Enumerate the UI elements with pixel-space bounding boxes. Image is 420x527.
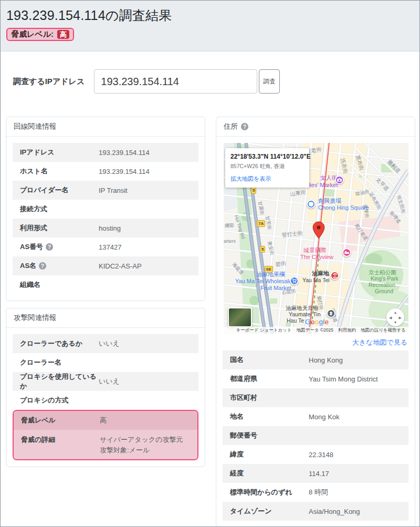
table-row: タイムゾーンAsia/Hong_Kong bbox=[223, 502, 408, 521]
line-info-title: 回線関連情報 bbox=[14, 122, 56, 131]
street-label: 總部 bbox=[225, 223, 234, 228]
address-card: 住所 bbox=[216, 117, 415, 527]
threat-level-label: 脅威レベル: bbox=[11, 29, 54, 39]
table-row: クローラーであるかいいえ bbox=[13, 334, 198, 353]
enlarge-map-link[interactable]: 拡大地図を表示 bbox=[230, 175, 304, 183]
investigate-button[interactable]: 調査 bbox=[259, 69, 280, 94]
temple-poi-icon[interactable] bbox=[327, 309, 335, 318]
google-logo: Google bbox=[305, 318, 329, 326]
threat-level-row: 脅威レベル 高 bbox=[14, 411, 197, 430]
pan-left-icon[interactable] bbox=[389, 316, 392, 319]
table-row: 組織名 bbox=[13, 275, 198, 294]
pan-right-icon[interactable] bbox=[399, 316, 402, 319]
poi-label[interactable]: 創興廣場 bbox=[318, 198, 341, 204]
attack-info-title: 攻撃関連情報 bbox=[14, 313, 56, 323]
poi-label[interactable]: Fruit Market bbox=[260, 285, 291, 292]
area-label: 京士柏公園 bbox=[369, 269, 396, 275]
table-row: 接続方式 bbox=[13, 200, 198, 219]
table-row: プロキシの方式 bbox=[13, 391, 198, 410]
satellite-view-toggle[interactable] bbox=[228, 307, 252, 327]
attack-info-table: クローラーであるかいいえ クローラー名 プロキシを使用しているかいいえ プロキシ… bbox=[13, 334, 198, 410]
hotel-poi-icon[interactable] bbox=[342, 248, 351, 257]
pan-up-icon[interactable] bbox=[394, 311, 397, 314]
terms-link[interactable]: 利用規約 bbox=[338, 327, 356, 334]
attack-info-header: 攻撃関連情報 bbox=[6, 308, 205, 328]
threat-detail-row: 脅威の詳細 サイバーアタックの攻撃元 攻撃対象:メール bbox=[14, 430, 197, 459]
table-row: ホスト名193.239.154.114 bbox=[13, 162, 198, 181]
map-marker-pin[interactable] bbox=[312, 221, 325, 241]
table-row: 標準時間からのずれ8 時間 bbox=[223, 483, 408, 502]
table-row: AS番号 137427 bbox=[13, 237, 198, 256]
market-poi-icon[interactable] bbox=[290, 276, 299, 285]
route-shield: 5 bbox=[260, 246, 265, 253]
keyboard-shortcuts-link[interactable]: キーボード ショートカット bbox=[236, 327, 291, 334]
poi-label[interactable]: Yaumatei Tin bbox=[289, 311, 321, 317]
map-attribution-bar: キーボード ショートカット 地図データ ©2025 利用規約 地図の誤りを報告す… bbox=[224, 327, 408, 334]
address-table: 国名Hong Kong 都道府県Yau Tsim Mong District 市… bbox=[223, 350, 408, 521]
poi-label[interactable]: 城景國際 bbox=[303, 247, 327, 254]
help-icon[interactable] bbox=[39, 262, 46, 270]
line-info-table: IPアドレス193.239.154.114 ホスト名193.239.154.11… bbox=[13, 143, 198, 294]
poi-label[interactable]: Hau Te bbox=[287, 317, 304, 324]
threat-level-banner: 脅威レベル: 高 bbox=[6, 28, 74, 41]
poi-label[interactable]: Chong Hing Square bbox=[318, 204, 369, 211]
google-map[interactable]: 亞皆老街 洗衣街 黑布街 勝利道 太平道 染布房街 何文田街 衛理道 豉油街 廣… bbox=[224, 143, 408, 334]
poi-label[interactable]: The Cityview bbox=[300, 254, 333, 261]
coordinates-text: 22°18'53.3"N 114°10'12.0"E bbox=[230, 153, 304, 160]
area-label: King's Park bbox=[371, 275, 398, 282]
map-info-card: 22°18'53.3"N 114°10'12.0"E 857C+W26 旺角, … bbox=[225, 148, 309, 188]
building-poi-icon[interactable] bbox=[307, 200, 316, 209]
page: 193.239.154.114の調査結果 脅威レベル: 高 調査するIPアドレス… bbox=[0, 0, 420, 527]
camera-poi-icon[interactable] bbox=[335, 175, 344, 184]
ip-search-label: 調査するIPアドレス bbox=[13, 77, 85, 87]
area-label: Recreation bbox=[369, 282, 395, 288]
table-row: IPアドレス193.239.154.114 bbox=[13, 143, 198, 162]
table-row: プロバイダー名IP Transit bbox=[13, 181, 198, 200]
mtr-station-icon[interactable] bbox=[330, 271, 339, 280]
table-row: 緯度22.3148 bbox=[223, 445, 408, 464]
table-row: 都道府県Yau Tsim Mong District bbox=[223, 369, 408, 388]
street-label: arters bbox=[224, 239, 236, 244]
page-title: 193.239.154.114の調査結果 bbox=[6, 7, 412, 24]
address-header: 住所 bbox=[216, 117, 415, 137]
header-bar: 193.239.154.114の調査結果 脅威レベル: 高 bbox=[1, 1, 419, 51]
view-larger-map-link[interactable]: 大きな地図で見る bbox=[352, 338, 407, 346]
route-shield: 7A bbox=[257, 220, 265, 227]
threat-level-badge: 高 bbox=[57, 30, 69, 39]
help-icon[interactable] bbox=[241, 123, 248, 130]
address-title: 住所 bbox=[224, 122, 238, 131]
attack-info-card: 攻撃関連情報 クローラーであるかいいえ クローラー名 プロキシを使用しているかい… bbox=[6, 308, 205, 467]
ip-address-input[interactable] bbox=[94, 69, 257, 94]
poi-label[interactable]: 油麻地天后廟 bbox=[286, 305, 319, 311]
right-column: 住所 bbox=[216, 117, 415, 527]
table-row: 地名Mong Kok bbox=[223, 407, 408, 426]
pluscode-address: 857C+W26 旺角, 香港 bbox=[230, 163, 304, 170]
area-label: Ground bbox=[375, 288, 393, 294]
poi-label[interactable]: Yau Ma Tei bbox=[302, 277, 330, 283]
table-row: クローラー名 bbox=[13, 353, 198, 372]
table-row: AS名 KIDC2-AS-AP bbox=[13, 256, 198, 275]
table-row: 経度114.17 bbox=[223, 464, 408, 483]
route-shield: 6E bbox=[265, 266, 273, 273]
line-info-card: 回線関連情報 IPアドレス193.239.154.114 ホスト名193.239… bbox=[6, 117, 205, 301]
table-row: 国名Hong Kong bbox=[223, 350, 408, 369]
content-columns: 回線関連情報 IPアドレス193.239.154.114 ホスト名193.239… bbox=[1, 117, 419, 527]
map-data-text: 地図データ ©2025 bbox=[297, 327, 333, 334]
pan-down-icon[interactable] bbox=[394, 321, 397, 324]
route-shield: 5 bbox=[251, 187, 256, 194]
ip-search-form: 調査するIPアドレス 調査 bbox=[13, 69, 419, 94]
line-info-header: 回線関連情報 bbox=[6, 117, 205, 137]
table-row: 郵便番号 bbox=[223, 426, 408, 445]
poi-label[interactable]: Yau Ma Tei Wholesale bbox=[235, 278, 292, 285]
report-error-link[interactable]: 地図の誤りを報告する bbox=[361, 327, 406, 334]
big-map-row: 大きな地図で見る bbox=[216, 334, 415, 348]
table-row: 利用形式hosting bbox=[13, 219, 198, 237]
help-icon[interactable] bbox=[46, 243, 53, 251]
table-row: プロキシを使用しているかいいえ bbox=[13, 372, 198, 391]
map-pan-control[interactable] bbox=[386, 308, 404, 326]
left-column: 回線関連情報 IPアドレス193.239.154.114 ホスト名193.239… bbox=[6, 117, 205, 474]
poi-label[interactable]: 油麻地 bbox=[312, 270, 329, 277]
table-row: 市区町村 bbox=[223, 388, 408, 407]
threat-highlight-group: 脅威レベル 高 脅威の詳細 サイバーアタックの攻撃元 攻撃対象:メール bbox=[13, 410, 198, 460]
